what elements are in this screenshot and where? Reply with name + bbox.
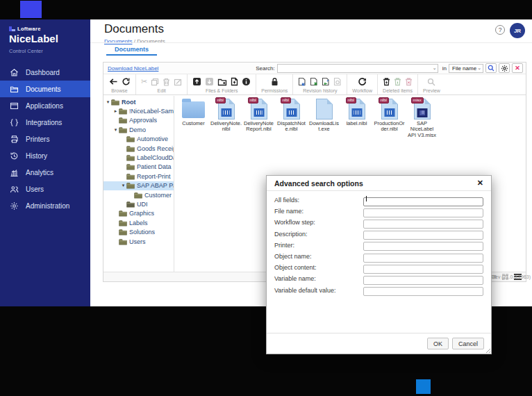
cut-icon: ✂ <box>141 78 147 85</box>
revision-history-button[interactable] <box>333 77 342 86</box>
undo-checkout-button[interactable] <box>322 77 330 86</box>
back-button[interactable] <box>108 77 118 86</box>
file-item[interactable]: nlbl ProductionOrder.nlbl <box>374 98 405 133</box>
toolbar-group-edit: ✂ Edit <box>136 74 188 94</box>
dialog-field-row: Printer: <box>274 240 483 251</box>
document-icon <box>316 99 333 119</box>
barcode-icon <box>384 108 394 117</box>
cut-button[interactable]: ✂ <box>141 78 147 85</box>
chart-icon <box>10 168 19 177</box>
sidebar-item-label: Integrations <box>26 119 62 126</box>
edit-button[interactable] <box>174 78 182 86</box>
purge-deleted-button[interactable] <box>405 77 413 86</box>
ok-button[interactable]: OK <box>427 338 449 349</box>
sidebar-item-documents[interactable]: Documents <box>0 81 90 97</box>
restore-deleted-button[interactable] <box>394 77 401 86</box>
tree-item[interactable]: Automotive <box>103 135 174 144</box>
tree-item[interactable]: Users <box>103 237 174 246</box>
gear-icon <box>10 201 19 211</box>
expander-icon[interactable] <box>120 183 126 188</box>
tree-item[interactable]: Customer <box>103 190 174 199</box>
breadcrumb: Documents / Documents <box>104 38 165 44</box>
file-item[interactable]: Customer <box>178 98 209 126</box>
breadcrumb-link[interactable]: Documents <box>104 38 132 44</box>
sidebar-item-users[interactable]: Users <box>0 181 90 197</box>
tree-item[interactable]: Goods Receipt <box>103 144 174 153</box>
tree-item-label: Root <box>122 99 136 106</box>
cancel-button[interactable]: Cancel <box>452 338 484 349</box>
file-item[interactable]: nlbl DeliveryNoteReport.nlbl <box>243 98 274 133</box>
download-file-button[interactable] <box>205 77 214 86</box>
upload-file-button[interactable] <box>192 77 201 86</box>
file-name: SAP NiceLabel API V3.misx <box>406 121 438 138</box>
workflow-button[interactable] <box>358 77 367 86</box>
download-nicelabel-link[interactable]: Download NiceLabel <box>108 65 158 72</box>
field-input[interactable] <box>363 287 483 296</box>
refresh-button[interactable] <box>122 77 131 86</box>
tree-item[interactable]: !NiceLabel-Samples <box>103 106 174 115</box>
search-button[interactable] <box>485 63 497 73</box>
taskbar-active-square[interactable] <box>416 379 431 394</box>
tab-documents[interactable]: Documents <box>115 46 149 56</box>
check-in-icon <box>298 77 306 86</box>
delete-button[interactable] <box>163 78 170 86</box>
file-icon: nlbl <box>374 98 405 121</box>
expander-icon[interactable] <box>113 127 119 133</box>
sidebar-item-label: Dashboard <box>26 69 60 76</box>
copy-icon <box>151 78 159 86</box>
search-scope-select[interactable]: File name ⌄ <box>449 64 483 73</box>
sidebar-item-administration[interactable]: Administration <box>0 197 90 214</box>
tree-item[interactable]: LabelCloudDataIntegration <box>103 153 174 162</box>
search-dropdown-icon[interactable]: ⌄ <box>431 65 438 71</box>
tree-item[interactable]: Patient Data <box>103 163 174 172</box>
preview-button[interactable] <box>427 78 435 86</box>
check-in-button[interactable] <box>298 77 306 86</box>
tree-item[interactable]: UDI <box>103 199 174 208</box>
tree-item[interactable]: Labels <box>103 218 174 227</box>
dialog-field-row: Object name: <box>274 251 483 262</box>
tree-item[interactable]: SAP ABAP Package <box>103 181 174 190</box>
field-label: Variable name: <box>274 275 363 282</box>
upload-document-button[interactable] <box>231 77 238 86</box>
toolbar-group-label: Preview <box>423 88 440 93</box>
info-button[interactable] <box>242 77 251 86</box>
search-settings-button[interactable] <box>499 63 510 73</box>
dialog-header[interactable]: Advanced search options ✕ <box>267 176 491 191</box>
sidebar-item-history[interactable]: History <box>0 147 90 164</box>
new-folder-button[interactable] <box>217 78 227 86</box>
close-icon[interactable]: ✕ <box>477 179 483 187</box>
tree-item[interactable]: Demo <box>103 125 174 134</box>
clear-search-button[interactable]: ✕ <box>512 63 523 73</box>
sidebar-item-printers[interactable]: Printers <box>0 131 90 147</box>
file-item[interactable]: DownloadList.exe <box>308 98 340 133</box>
expander-icon[interactable] <box>105 99 111 105</box>
copy-button[interactable] <box>151 78 159 86</box>
file-item[interactable]: nlbl DispatchNote.nlbl <box>276 98 307 133</box>
search-input[interactable] <box>277 64 438 73</box>
file-item[interactable]: nlbl label.nlbl <box>341 98 372 126</box>
help-icon[interactable]: ? <box>495 25 505 35</box>
tree-item-label: Users <box>129 238 146 245</box>
file-icon: nlbl <box>276 98 307 121</box>
sidebar-item-dashboard[interactable]: Dashboard <box>0 64 90 81</box>
file-item[interactable]: nlbl DeliveryNote.nlbl <box>210 98 242 133</box>
document-icon: nlbl <box>381 99 398 119</box>
tree-item[interactable]: Approvals <box>103 116 174 125</box>
expander-icon[interactable] <box>113 108 119 114</box>
sidebar-item-applications[interactable]: Applications <box>0 97 90 114</box>
tree-item[interactable]: Report-Print <box>103 172 174 181</box>
permissions-button[interactable] <box>271 77 279 86</box>
tree-item[interactable]: Root <box>103 97 174 106</box>
deleted-items-button[interactable] <box>383 77 390 86</box>
file-item[interactable]: misx SAP NiceLabel API V3.misx <box>406 98 438 138</box>
avatar[interactable]: JR <box>510 23 525 38</box>
file-name: ProductionOrder.nlbl <box>374 121 405 133</box>
tree-item[interactable]: Solutions <box>103 227 174 236</box>
sidebar-item-integrations[interactable]: Integrations <box>0 114 90 131</box>
tree-item-label: Customer <box>144 192 172 199</box>
tree-item[interactable]: Graphics <box>103 209 174 218</box>
page-title: Documents <box>104 22 164 36</box>
check-out-button[interactable] <box>310 77 318 86</box>
dialog-title: Advanced search options <box>274 179 363 188</box>
sidebar-item-analytics[interactable]: Analytics <box>0 164 90 181</box>
